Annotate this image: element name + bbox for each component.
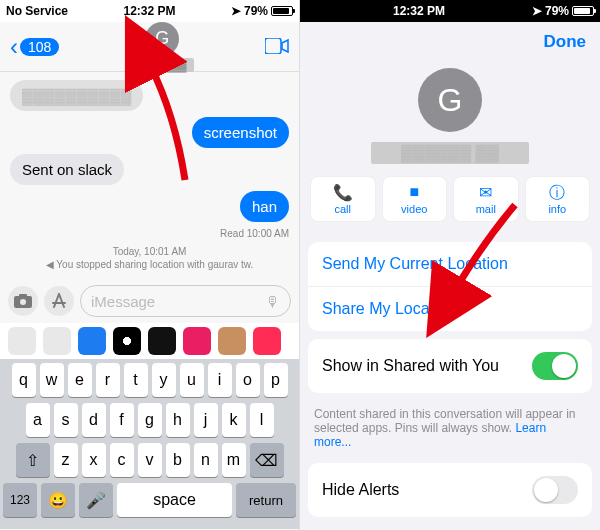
return-key[interactable]: return (236, 483, 296, 517)
read-receipt: Read 10:00 AM (220, 228, 289, 239)
messages-screen: No Service 12:32 PM ➤ 79% ‹ 108 G ▓▓▓▓▓▓… (0, 0, 300, 530)
appstore-button[interactable] (44, 286, 74, 316)
battery-icon (271, 6, 293, 16)
dictate-icon[interactable]: 🎙 (265, 293, 280, 310)
key-g[interactable]: g (138, 403, 162, 437)
shared-switch[interactable] (532, 352, 578, 380)
key-y[interactable]: y (152, 363, 176, 397)
app-icon[interactable] (183, 327, 211, 355)
chat-header: ‹ 108 G ▓▓▓▓▓▓ (0, 22, 299, 72)
key-o[interactable]: o (236, 363, 260, 397)
key-c[interactable]: c (110, 443, 134, 477)
location-icon: ◀ (46, 259, 57, 270)
message-out[interactable]: screenshot (192, 117, 289, 148)
key-m[interactable]: m (222, 443, 246, 477)
carrier: No Service (6, 4, 68, 18)
status-right: ➤ 79% (231, 4, 293, 18)
location-arrow-icon: ➤ (231, 4, 241, 18)
location-arrow-icon: ➤ (532, 4, 542, 18)
message-in[interactable]: Sent on slack (10, 154, 124, 185)
quick-actions: 📞call■video✉mailⓘinfo (300, 176, 600, 234)
contact-name: ▓▓▓▓▓▓ ▓▓ (371, 142, 529, 164)
status-right: ➤ 79% (532, 4, 594, 18)
contact-title[interactable]: G ▓▓▓▓▓▓ (130, 22, 194, 72)
key-z[interactable]: z (54, 443, 78, 477)
key-p[interactable]: p (264, 363, 288, 397)
info-icon: ⓘ (549, 183, 565, 201)
shared-with-you-row[interactable]: Show in Shared with You (308, 339, 592, 393)
key-t[interactable]: t (124, 363, 148, 397)
action-video[interactable]: ■video (382, 176, 448, 222)
delete-key[interactable]: ⌫ (250, 443, 284, 477)
chevron-left-icon: ‹ (10, 33, 18, 61)
key-e[interactable]: e (68, 363, 92, 397)
numbers-key[interactable]: 123 (3, 483, 37, 517)
clock: 12:32 PM (123, 4, 175, 18)
message-in[interactable]: ▓▓▓▓▓▓▓▓▓▓ (10, 80, 143, 111)
avatar[interactable]: G (418, 68, 482, 132)
app-strip[interactable] (0, 323, 299, 359)
app-icon[interactable] (113, 327, 141, 355)
clock: 12:32 PM (393, 4, 445, 18)
keyboard[interactable]: qwertyuiop asdfghjkl ⇧ zxcvbnm ⌫ 123 😀 🎤… (0, 359, 299, 529)
contact-name: ▓▓▓▓▓▓ (130, 58, 194, 72)
composer: iMessage 🎙 (0, 279, 299, 323)
avatar: G (145, 22, 179, 56)
message-out[interactable]: han (240, 191, 289, 222)
action-mail[interactable]: ✉mail (453, 176, 519, 222)
app-icon[interactable] (218, 327, 246, 355)
key-v[interactable]: v (138, 443, 162, 477)
profile-header: G ▓▓▓▓▓▓ ▓▓ (300, 62, 600, 176)
key-a[interactable]: a (26, 403, 50, 437)
svg-rect-2 (19, 294, 27, 297)
back-button[interactable]: ‹ 108 (10, 33, 59, 61)
key-u[interactable]: u (180, 363, 204, 397)
status-bar: No Service 12:32 PM ➤ 79% (0, 0, 299, 22)
message-input[interactable]: iMessage 🎙 (80, 285, 291, 317)
app-icon[interactable] (43, 327, 71, 355)
svg-rect-0 (265, 38, 281, 54)
action-call[interactable]: 📞call (310, 176, 376, 222)
battery-pct: 79% (244, 4, 268, 18)
camera-button[interactable] (8, 286, 38, 316)
alerts-switch[interactable] (532, 476, 578, 504)
emoji-key[interactable]: 😀 (41, 483, 75, 517)
app-icon[interactable] (8, 327, 36, 355)
hide-alerts-row[interactable]: Hide Alerts (308, 463, 592, 517)
app-icon[interactable] (78, 327, 106, 355)
key-x[interactable]: x (82, 443, 106, 477)
facetime-button[interactable] (265, 34, 289, 60)
key-i[interactable]: i (208, 363, 232, 397)
key-j[interactable]: j (194, 403, 218, 437)
space-key[interactable]: space (117, 483, 232, 517)
send-location-button[interactable]: Send My Current Location (308, 242, 592, 287)
mail-icon: ✉ (479, 183, 492, 201)
shift-key[interactable]: ⇧ (16, 443, 50, 477)
done-button[interactable]: Done (544, 32, 587, 52)
shared-hint: Content shared in this conversation will… (300, 401, 600, 455)
app-icon[interactable] (148, 327, 176, 355)
key-s[interactable]: s (54, 403, 78, 437)
key-f[interactable]: f (110, 403, 134, 437)
key-n[interactable]: n (194, 443, 218, 477)
key-h[interactable]: h (166, 403, 190, 437)
key-k[interactable]: k (222, 403, 246, 437)
mic-key[interactable]: 🎤 (79, 483, 113, 517)
alerts-card: Hide Alerts (308, 463, 592, 517)
status-bar: 12:32 PM ➤ 79% (300, 0, 600, 22)
location-card: Send My Current Location Share My Locati… (308, 242, 592, 331)
key-w[interactable]: w (40, 363, 64, 397)
system-message: Today, 10:01 AM ◀ You stopped sharing lo… (10, 245, 289, 271)
key-d[interactable]: d (82, 403, 106, 437)
chat-body[interactable]: ▓▓▓▓▓▓▓▓▓▓ screenshot Sent on slack han … (0, 72, 299, 279)
key-l[interactable]: l (250, 403, 274, 437)
svg-point-3 (20, 299, 26, 305)
contact-sheet-screen: 12:32 PM ➤ 79% Done G ▓▓▓▓▓▓ ▓▓ 📞call■vi… (300, 0, 600, 530)
share-location-button[interactable]: Share My Location (308, 287, 592, 331)
key-r[interactable]: r (96, 363, 120, 397)
key-b[interactable]: b (166, 443, 190, 477)
key-q[interactable]: q (12, 363, 36, 397)
unread-badge: 108 (20, 38, 59, 56)
app-icon[interactable] (253, 327, 281, 355)
action-info[interactable]: ⓘinfo (525, 176, 591, 222)
